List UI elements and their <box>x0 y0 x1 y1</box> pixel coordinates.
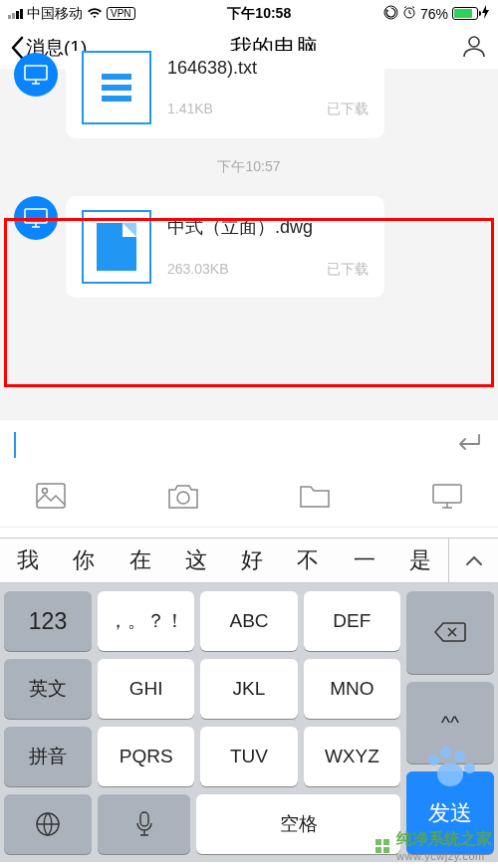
rotation-lock-icon <box>383 5 398 23</box>
candidate-bar: 我 你 在 这 好 不 一 是 <box>0 538 498 583</box>
svg-point-6 <box>43 489 48 494</box>
key-tuv[interactable]: TUV <box>200 727 297 786</box>
folder-icon[interactable] <box>300 483 330 513</box>
watermark-url: www.ycwjzy.com <box>396 850 492 862</box>
file-size: 263.03KB <box>167 261 229 279</box>
candidate[interactable]: 这 <box>168 545 224 575</box>
vpn-badge: VPN <box>107 7 135 20</box>
file-name: 164638).txt <box>167 58 369 79</box>
file-bubble: 中式（立面）.dwg 263.03KB 已下载 <box>66 196 384 298</box>
key-123[interactable]: 123 <box>4 591 92 651</box>
carrier-label: 中国移动 <box>27 5 83 23</box>
gallery-icon[interactable] <box>36 483 66 513</box>
key-globe[interactable] <box>4 794 92 854</box>
file-thumb-icon <box>82 51 151 124</box>
candidate[interactable]: 一 <box>337 545 392 575</box>
key-english[interactable]: 英文 <box>4 659 92 719</box>
key-def[interactable]: DEF <box>304 591 400 651</box>
file-status: 已下载 <box>327 101 369 118</box>
camera-icon[interactable] <box>168 483 198 513</box>
svg-point-2 <box>469 37 479 47</box>
charging-icon <box>482 5 490 22</box>
candidate[interactable]: 我 <box>0 545 56 575</box>
watermark-text: 纯净系统之家 <box>396 830 492 847</box>
profile-button[interactable] <box>460 32 488 65</box>
text-caret <box>14 432 16 458</box>
key-punct[interactable]: ，。？！ <box>98 591 194 651</box>
alarm-icon <box>402 5 416 22</box>
keyboard: 123 英文 拼音 ，。？！ ABC DEF GHI JKL MNO PQRS … <box>0 583 498 862</box>
svg-rect-8 <box>433 485 461 503</box>
svg-rect-3 <box>25 66 47 80</box>
newline-icon[interactable] <box>454 431 484 459</box>
key-pinyin[interactable]: 拼音 <box>4 727 92 786</box>
watermark-logo-icon <box>374 838 390 854</box>
file-size: 1.41KB <box>167 101 213 118</box>
chat-area: 164638).txt 1.41KB 已下载 下午10:57 中式（立面）.dw… <box>0 69 498 419</box>
svg-point-7 <box>177 492 189 504</box>
signal-icon <box>8 9 23 19</box>
svg-rect-4 <box>25 209 47 223</box>
key-mic[interactable] <box>98 794 190 854</box>
expand-candidates-button[interactable] <box>448 539 498 582</box>
attachment-toolbar <box>0 469 498 528</box>
key-space[interactable]: 空格 <box>196 794 400 854</box>
candidate[interactable]: 是 <box>392 545 448 575</box>
candidate[interactable]: 在 <box>113 545 168 575</box>
key-ghi[interactable]: GHI <box>98 659 194 719</box>
wifi-icon <box>87 6 103 22</box>
file-status: 已下载 <box>327 261 369 279</box>
file-name: 中式（立面）.dwg <box>167 215 369 239</box>
key-abc[interactable]: ABC <box>200 591 297 651</box>
site-watermark: 纯净系统之家 www.ycwjzy.com <box>374 829 492 862</box>
key-jkl[interactable]: JKL <box>200 659 297 719</box>
avatar <box>14 196 58 240</box>
svg-rect-5 <box>37 484 65 508</box>
candidate[interactable]: 不 <box>280 545 336 575</box>
key-wxyz[interactable]: WXYZ <box>304 727 400 786</box>
svg-rect-10 <box>140 812 148 826</box>
key-emoji[interactable]: ^^ <box>406 682 494 764</box>
avatar <box>14 53 58 97</box>
message-row[interactable]: 中式（立面）.dwg 263.03KB 已下载 <box>0 178 498 306</box>
message-input[interactable] <box>28 429 442 461</box>
chat-timestamp: 下午10:57 <box>0 146 498 178</box>
status-time: 下午10:58 <box>227 5 291 23</box>
key-pqrs[interactable]: PQRS <box>98 727 194 786</box>
candidate[interactable]: 你 <box>56 545 112 575</box>
message-input-bar <box>0 419 498 469</box>
battery-pct: 76% <box>420 6 448 22</box>
file-bubble: 164638).txt 1.41KB 已下载 <box>66 51 384 138</box>
candidate[interactable]: 好 <box>224 545 280 575</box>
screen-icon[interactable] <box>432 483 462 513</box>
battery-icon <box>452 7 478 20</box>
key-backspace[interactable] <box>406 591 494 674</box>
status-bar: 中国移动 VPN 下午10:58 76% <box>0 0 498 27</box>
file-thumb-icon <box>82 210 151 284</box>
key-mno[interactable]: MNO <box>304 659 400 719</box>
message-row[interactable]: 164638).txt 1.41KB 已下载 <box>0 73 498 146</box>
